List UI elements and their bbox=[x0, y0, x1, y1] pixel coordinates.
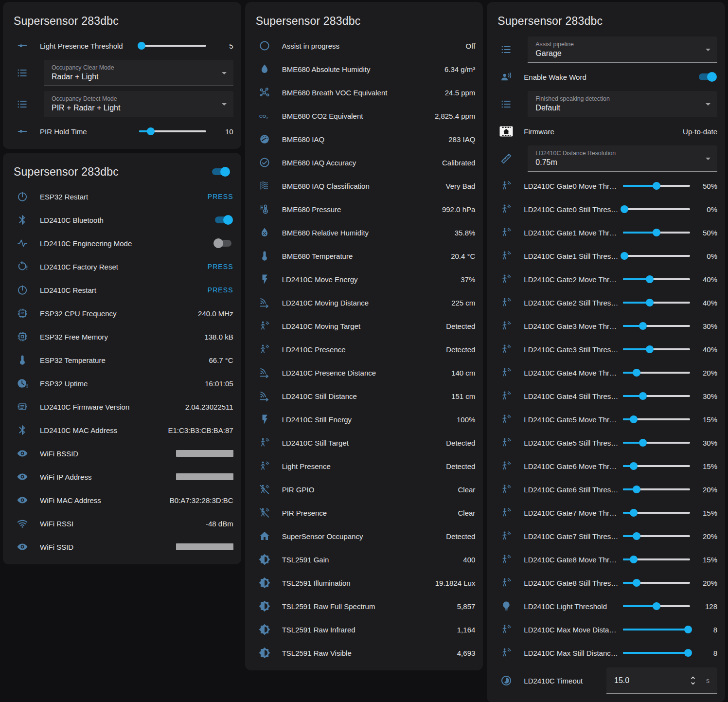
select-field-occupancy-detect-mode[interactable]: Occupancy Detect ModePIR + Radar + Light bbox=[44, 91, 233, 117]
entity-row-supersensor-occupancy[interactable]: SuperSensor OccupancyDetected bbox=[245, 524, 483, 548]
slider-knob[interactable] bbox=[621, 252, 628, 260]
slider-ld2410c-gate8-still-thres[interactable] bbox=[623, 582, 690, 584]
slider-ld2410c-gate7-move-thr[interactable] bbox=[623, 512, 690, 514]
slider-knob[interactable] bbox=[653, 229, 660, 236]
entity-row-wifi-mac-address[interactable]: WiFi MAC AddressB0:A7:32:28:3D:BC bbox=[3, 488, 241, 512]
slider-knob[interactable] bbox=[653, 182, 660, 190]
slider-ld2410c-gate6-still-thres[interactable] bbox=[623, 488, 690, 490]
entity-row-bme680-iaq[interactable]: BME680 IAQ283 IAQ bbox=[245, 127, 483, 151]
entity-row-ld2410c-gate5-move-thr[interactable]: LD2410C Gate5 Move Thr…15% bbox=[487, 408, 725, 431]
entity-row-ld2410c-gate0-still-thres[interactable]: LD2410C Gate0 Still Thres…0% bbox=[487, 198, 725, 221]
slider-knob[interactable] bbox=[630, 462, 638, 470]
entity-row-ld2410c-still-distance[interactable]: LD2410C Still Distance151 cm bbox=[245, 384, 483, 408]
entity-row-ld2410c-gate7-still-thres[interactable]: LD2410C Gate7 Still Thres…20% bbox=[487, 524, 725, 548]
number-input-ld2410c-timeout[interactable]: 15.0s bbox=[606, 667, 717, 694]
entity-row-esp32-cpu-frequency[interactable]: 32ESP32 CPU Frequency240.0 MHz bbox=[3, 302, 241, 325]
slider-ld2410c-gate8-move-thr[interactable] bbox=[623, 558, 690, 560]
slider-knob[interactable] bbox=[630, 509, 638, 517]
entity-row-ld2410c-moving-target[interactable]: LD2410C Moving TargetDetected bbox=[245, 314, 483, 338]
entity-row-esp32-temperature[interactable]: ESP32 Temperature66.7 °C bbox=[3, 348, 241, 372]
slider-ld2410c-gate5-move-thr[interactable] bbox=[623, 418, 690, 420]
entity-row-bme680-pressure[interactable]: BME680 Pressure992.0 hPa bbox=[245, 198, 483, 221]
entity-row-ld2410c-factory-reset[interactable]: LD2410C Factory ResetPRESS bbox=[3, 255, 241, 278]
entity-row-assist-pipeline[interactable]: Assist pipelineGarage bbox=[487, 34, 725, 65]
entity-row-tsl2591-raw-visible[interactable]: TSL2591 Raw Visible4,693 bbox=[245, 641, 483, 665]
select-field-finished-speaking-detection[interactable]: Finished speaking detectionDefault bbox=[528, 91, 717, 117]
slider-light-presence-threshold[interactable] bbox=[139, 45, 206, 47]
entity-row-ld2410c-gate3-move-thr[interactable]: LD2410C Gate3 Move Thr…30% bbox=[487, 314, 725, 338]
entity-row-light-presence-threshold[interactable]: Light Presence Threshold5 bbox=[3, 34, 241, 57]
entity-row-ld2410c-firmware-version[interactable]: LD2410C Firmware Version2.04.23022511 bbox=[3, 395, 241, 418]
slider-knob[interactable] bbox=[684, 649, 692, 657]
entity-row-bme680-relative-humidity[interactable]: BME680 Relative Humidity35.8% bbox=[245, 221, 483, 244]
entity-row-pir-hold-time[interactable]: PIR Hold Time10 bbox=[3, 120, 241, 143]
slider-knob[interactable] bbox=[633, 579, 640, 587]
entity-row-ld2410c-timeout[interactable]: LD2410C Timeout15.0s bbox=[487, 665, 725, 697]
entity-row-ld2410c-moving-distance[interactable]: LD2410C Moving Distance225 cm bbox=[245, 291, 483, 314]
entity-row-tsl2591-gain[interactable]: TSL2591 Gain400 bbox=[245, 548, 483, 571]
entity-row-esp32-restart[interactable]: ESP32 RestartPRESS bbox=[3, 185, 241, 208]
entity-row-tsl2591-raw-full-spectrum[interactable]: TSL2591 Raw Full Spectrum5,857 bbox=[245, 594, 483, 618]
slider-ld2410c-max-still-distanc[interactable] bbox=[623, 652, 690, 654]
entity-row-ld2410c-mac-address[interactable]: LD2410C MAC AddressE1:C3:B3:CB:BA:87 bbox=[3, 418, 241, 442]
entity-row-ld2410c-engineering-mode[interactable]: LD2410C Engineering Mode bbox=[3, 232, 241, 255]
slider-knob[interactable] bbox=[138, 42, 145, 50]
slider-ld2410c-gate1-move-thr[interactable] bbox=[623, 232, 690, 234]
slider-ld2410c-gate4-move-thr[interactable] bbox=[623, 372, 690, 374]
toggle-ld2410c-engineering-mode[interactable] bbox=[215, 240, 231, 247]
entity-row-ld2410c-move-energy[interactable]: LD2410C Move Energy37% bbox=[245, 268, 483, 291]
slider-knob[interactable] bbox=[684, 626, 692, 633]
press-button-ld2410c-factory-reset[interactable]: PRESS bbox=[208, 263, 233, 270]
slider-knob[interactable] bbox=[621, 205, 628, 213]
entity-row-wifi-ssid[interactable]: WiFi SSID bbox=[3, 535, 241, 558]
slider-ld2410c-gate6-move-thr[interactable] bbox=[623, 465, 690, 467]
entity-row-tsl2591-illumination[interactable]: TSL2591 Illumination19.1824 Lux bbox=[245, 571, 483, 594]
entity-row-ld2410c-gate7-move-thr[interactable]: LD2410C Gate7 Move Thr…15% bbox=[487, 501, 725, 524]
slider-ld2410c-gate7-still-thres[interactable] bbox=[623, 535, 690, 537]
entity-row-bme680-iaq-accuracy[interactable]: BME680 IAQ AccuracyCalibrated bbox=[245, 151, 483, 174]
entity-row-assist-in-progress[interactable]: Assist in progressOff bbox=[245, 34, 483, 57]
slider-ld2410c-light-threshold[interactable] bbox=[623, 605, 690, 607]
entity-row-pir-gpio[interactable]: PIR GPIOClear bbox=[245, 478, 483, 501]
entity-row-enable-wake-word[interactable]: Enable Wake Word bbox=[487, 65, 725, 89]
entity-row-ld2410c-gate3-still-thres[interactable]: LD2410C Gate3 Still Thres…40% bbox=[487, 338, 725, 361]
slider-knob[interactable] bbox=[147, 127, 155, 135]
entity-row-esp32-free-memory[interactable]: ESP32 Free Memory138.0 kB bbox=[3, 325, 241, 348]
entity-row-ld2410c-gate6-still-thres[interactable]: LD2410C Gate6 Still Thres…20% bbox=[487, 478, 725, 501]
entity-row-ld2410c-presence[interactable]: LD2410C PresenceDetected bbox=[245, 338, 483, 361]
entity-row-bme680-iaq-classification[interactable]: BME680 IAQ ClassificationVery Bad bbox=[245, 174, 483, 198]
slider-knob[interactable] bbox=[630, 556, 638, 563]
entity-row-ld2410c-gate1-still-thres[interactable]: LD2410C Gate1 Still Thres…0% bbox=[487, 244, 725, 268]
slider-pir-hold-time[interactable] bbox=[139, 130, 206, 132]
entity-row-ld2410c-bluetooth[interactable]: LD2410C Bluetooth bbox=[3, 208, 241, 232]
toggle-enable-wake-word[interactable] bbox=[699, 73, 715, 80]
slider-knob[interactable] bbox=[639, 322, 647, 330]
slider-knob[interactable] bbox=[630, 415, 638, 423]
entity-row-bme680-temperature[interactable]: BME680 Temperature20.4 °C bbox=[245, 244, 483, 268]
slider-knob[interactable] bbox=[646, 275, 654, 283]
entity-row-ld2410c-gate8-still-thres[interactable]: LD2410C Gate8 Still Thres…20% bbox=[487, 571, 725, 594]
entity-row-ld2410c-gate1-move-thr[interactable]: LD2410C Gate1 Move Thr…50% bbox=[487, 221, 725, 244]
select-field-ld2410c-distance-resolution[interactable]: LD2410C Distance Resolution0.75m bbox=[528, 145, 717, 172]
entity-row-occupancy-detect-mode[interactable]: Occupancy Detect ModePIR + Radar + Light bbox=[3, 89, 241, 120]
entity-row-tsl2591-raw-infrared[interactable]: TSL2591 Raw Infrared1,164 bbox=[245, 618, 483, 641]
entity-row-ld2410c-gate4-still-thres[interactable]: LD2410C Gate4 Still Thres…30% bbox=[487, 384, 725, 408]
entity-row-ld2410c-gate8-move-thr[interactable]: LD2410C Gate8 Move Thr…15% bbox=[487, 548, 725, 571]
entity-row-ld2410c-still-target[interactable]: LD2410C Still TargetDetected bbox=[245, 431, 483, 454]
slider-knob[interactable] bbox=[633, 532, 640, 540]
entity-row-firmware[interactable]: FirmwareUp-to-date bbox=[487, 120, 725, 143]
entity-row-bme680-co2-equivalent[interactable]: CO2BME680 CO2 Equivalent2,825.4 ppm bbox=[245, 104, 483, 127]
entity-row-wifi-rssi[interactable]: WiFi RSSI-48 dBm bbox=[3, 512, 241, 535]
slider-knob[interactable] bbox=[646, 299, 654, 306]
select-field-occupancy-clear-mode[interactable]: Occupancy Clear ModeRadar + Light bbox=[44, 60, 233, 86]
slider-ld2410c-gate2-move-thr[interactable] bbox=[623, 278, 690, 280]
slider-ld2410c-gate4-still-thres[interactable] bbox=[623, 395, 690, 397]
slider-ld2410c-gate0-still-thres[interactable] bbox=[623, 208, 690, 210]
entity-row-wifi-bssid[interactable]: WiFi BSSID bbox=[3, 442, 241, 465]
slider-knob[interactable] bbox=[639, 392, 647, 400]
entity-row-pir-presence[interactable]: PIR PresenceClear bbox=[245, 501, 483, 524]
entity-row-ld2410c-gate0-move-thr[interactable]: LD2410C Gate0 Move Thr…50% bbox=[487, 174, 725, 198]
entity-row-ld2410c-max-still-distanc[interactable]: LD2410C Max Still Distanc…8 bbox=[487, 641, 725, 665]
slider-ld2410c-gate3-move-thr[interactable] bbox=[623, 325, 690, 327]
entity-row-ld2410c-gate6-move-thr[interactable]: LD2410C Gate6 Move Thr…15% bbox=[487, 454, 725, 478]
